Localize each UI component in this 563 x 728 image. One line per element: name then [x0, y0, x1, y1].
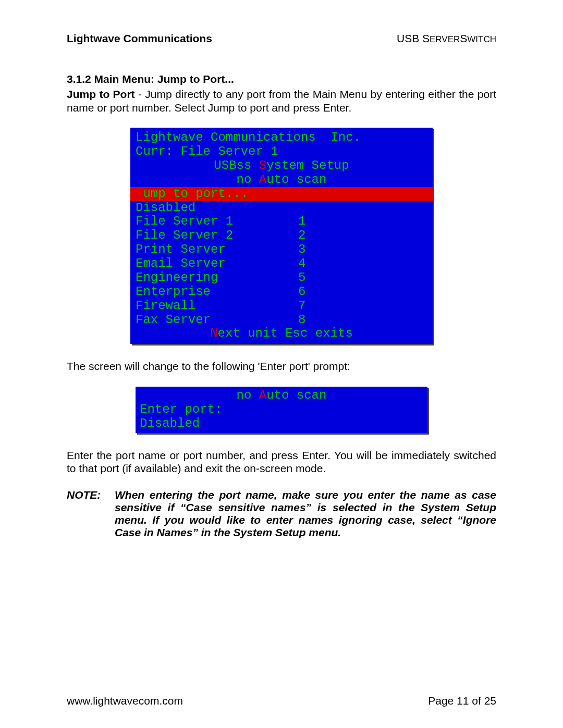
term-port-num: 3: [298, 243, 305, 257]
footer-page: Page 11 of 25: [428, 695, 496, 707]
term-port-num: 2: [298, 229, 305, 243]
term2-enter-port: Enter port:: [136, 403, 427, 417]
page: Lightwave Communications USB SERVERSWITC…: [0, 0, 563, 728]
header-right-p2: ERVER: [430, 34, 460, 44]
term-port-num: 6: [298, 285, 305, 299]
term2-autoscan: no Auto scan: [136, 389, 427, 403]
term-port-name: Email Server: [136, 257, 298, 271]
term-setup-post: ystem Setup: [266, 158, 349, 172]
section-heading: 3.1.2 Main Menu: Jump to Port...: [67, 73, 496, 85]
page-footer: www.lightwavecom.com Page 11 of 25: [67, 695, 496, 707]
term-setup-pre: USBss: [214, 158, 259, 172]
header-right-p4: WITCH: [467, 34, 496, 44]
term-jump-hot: J: [136, 187, 143, 201]
term-port-row-2: File Server 22: [136, 229, 427, 243]
term-disabled: Disabled: [136, 201, 427, 215]
terminal-main-menu: Lightwave Communications Inc. Curr: File…: [130, 128, 433, 344]
term-setup: USBss System Setup: [136, 159, 427, 173]
term-port-num: 7: [298, 299, 305, 313]
term-auto-post: uto scan: [266, 172, 326, 187]
note-block: NOTE: When entering the port name, make …: [67, 489, 496, 539]
term-autoscan: no Auto scan: [136, 173, 427, 187]
term-port-num: 4: [298, 257, 305, 271]
term-port-row-3: Print Server3: [136, 243, 427, 257]
term-port-row-7: Firewall7: [136, 299, 427, 313]
term-port-row-6: Enterprise6: [136, 285, 427, 299]
page-header: Lightwave Communications USB SERVERSWITC…: [67, 32, 496, 45]
term-next-unit: Next unit Esc exits: [136, 327, 427, 341]
term-auto-pre: no: [237, 172, 259, 187]
term-port-row-5: Engineering5: [136, 271, 427, 285]
after-paragraph: Enter the port name or port number, and …: [67, 449, 496, 475]
header-right-p3: S: [460, 32, 467, 44]
term-port-name: Fax Server: [136, 313, 298, 327]
term2-auto-post: uto scan: [266, 388, 326, 402]
term-title: Lightwave Communications Inc.: [136, 131, 427, 145]
term-port-name: File Server 2: [136, 229, 298, 243]
term-port-name: Enterprise: [136, 285, 298, 299]
term-curr: Curr: File Server 1: [136, 145, 427, 159]
term-port-num: 5: [298, 271, 305, 285]
intro-bold: Jump to Port: [67, 88, 135, 100]
term-port-num: 1: [298, 215, 305, 229]
term-jump-selected: Jump to port...: [130, 187, 433, 201]
terminal-enter-port: no Auto scan Enter port: Disabled: [136, 387, 427, 433]
term2-disabled: Disabled: [136, 417, 427, 431]
term-jump-post: ump to port...: [143, 187, 248, 201]
term-setup-hot: S: [259, 158, 266, 172]
term-port-row-8: Fax Server8: [136, 313, 427, 327]
term-next-post: ext unit Esc exits: [218, 326, 353, 340]
term-port-row-1: File Server 11: [136, 215, 427, 229]
footer-url: www.lightwavecom.com: [67, 695, 183, 707]
term-port-name: Firewall: [136, 299, 298, 313]
term2-auto-hot: A: [259, 388, 266, 402]
intro-paragraph: Jump to Port - Jump directly to any port…: [67, 88, 496, 114]
term-port-name: Print Server: [136, 243, 298, 257]
header-left: Lightwave Communications: [67, 32, 212, 45]
term2-auto-pre: no: [237, 388, 259, 402]
note-body: When entering the port name, make sure y…: [115, 489, 496, 539]
term-port-row-4: Email Server4: [136, 257, 427, 271]
term-port-name: Engineering: [136, 271, 298, 285]
header-right: USB SERVERSWITCH: [397, 32, 496, 45]
term-port-name: File Server 1: [136, 215, 298, 229]
mid-paragraph: The screen will change to the following …: [67, 360, 496, 373]
note-label: NOTE:: [67, 489, 115, 539]
term-auto-hot: A: [259, 172, 266, 187]
term-port-num: 8: [298, 313, 305, 327]
term-next-hot: N: [210, 326, 217, 340]
header-right-p1: USB S: [397, 32, 430, 44]
